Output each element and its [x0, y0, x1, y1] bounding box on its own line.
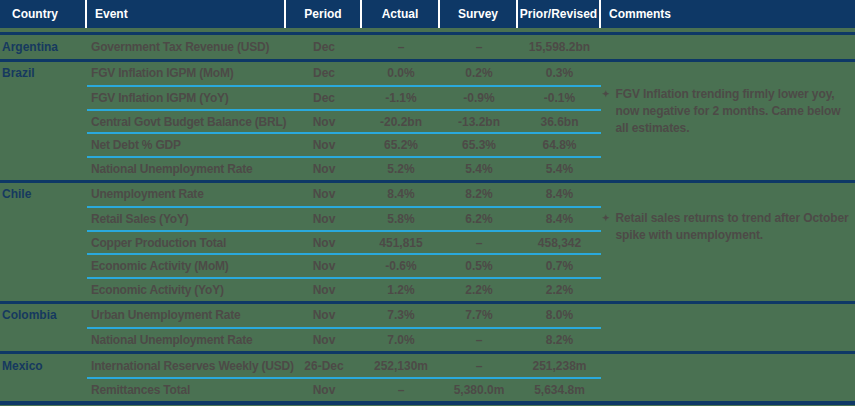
country-cell: [0, 253, 87, 277]
country-cell: Brazil: [0, 62, 87, 86]
country-cell: Chile: [0, 183, 87, 207]
period-value: Dec: [286, 85, 362, 109]
survey-value: 65.3%: [440, 132, 518, 156]
actual-value: 8.4%: [362, 183, 440, 207]
prior-value: 0.3%: [518, 62, 601, 86]
survey-value: 0.5%: [440, 253, 518, 277]
prior-value: 2.2%: [518, 277, 601, 301]
survey-value: 7.7%: [440, 304, 518, 328]
actual-value: 7.0%: [362, 327, 440, 351]
table-row-brazil-igpm-mom: Brazil FGV Inflation IGPM (MoM) Dec 0.0%…: [0, 59, 855, 86]
survey-value: 2.2%: [440, 277, 518, 301]
survey-value: –: [440, 354, 518, 378]
period-value: Nov: [286, 253, 362, 277]
country-cell: [0, 327, 87, 351]
period-value: Nov: [286, 156, 362, 180]
event-label: Net Debt % GDP: [87, 132, 286, 156]
event-label: Government Tax Revenue (USD): [87, 35, 286, 59]
table-row-chile-economic-activity-yoy: Economic Activity (YoY) Nov 1.2% 2.2% 2.…: [0, 277, 855, 301]
table-row-mexico-reserves: Mexico International Reserves Weekly (US…: [0, 351, 855, 378]
event-label: FGV Inflation IGPM (MoM): [87, 62, 286, 86]
comment-text: Retail sales returns to trend after Octo…: [615, 210, 852, 244]
prior-value: 0.7%: [518, 253, 601, 277]
event-label: Unemployment Rate: [87, 183, 286, 207]
actual-value: -20.2bn: [362, 109, 440, 133]
comment-text: FGV Inflation trending firmly lower yoy,…: [615, 86, 852, 137]
country-cell: [0, 85, 87, 109]
survey-value: –: [440, 35, 518, 59]
comments-cell: [601, 354, 855, 378]
table-row-brazil-unemployment: National Unemployment Rate Nov 5.2% 5.4%…: [0, 156, 855, 180]
comments-cell: [601, 327, 855, 351]
period-value: Nov: [286, 132, 362, 156]
comments-cell: [601, 183, 855, 207]
period-value: Nov: [286, 327, 362, 351]
comment-brazil: ✦ FGV Inflation trending firmly lower yo…: [602, 86, 852, 137]
actual-value: 5.8%: [362, 206, 440, 230]
actual-value: -1.1%: [362, 85, 440, 109]
table-row-colombia-urban-unemployment: Colombia Urban Unemployment Rate Nov 7.3…: [0, 301, 855, 328]
prior-value: 5,634.8m: [518, 377, 601, 401]
period-value: Nov: [286, 183, 362, 207]
event-label: Remittances Total: [87, 377, 286, 401]
period-value: Nov: [286, 230, 362, 254]
actual-value: 252,130m: [362, 354, 440, 378]
survey-value: 5,380.0m: [440, 377, 518, 401]
prior-value: 8.0%: [518, 304, 601, 328]
comments-cell: [601, 156, 855, 180]
event-label: National Unemployment Rate: [87, 156, 286, 180]
period-value: Dec: [286, 62, 362, 86]
table-row-chile-unemployment: Chile Unemployment Rate Nov 8.4% 8.2% 8.…: [0, 180, 855, 207]
survey-value: 8.2%: [440, 183, 518, 207]
survey-value: 0.2%: [440, 62, 518, 86]
prior-value: 458,342: [518, 230, 601, 254]
event-label: Urban Unemployment Rate: [87, 304, 286, 328]
actual-value: -0.6%: [362, 253, 440, 277]
period-value: Nov: [286, 109, 362, 133]
column-header-country: Country: [0, 0, 87, 28]
country-cell: [0, 156, 87, 180]
column-header-period: Period: [286, 0, 362, 28]
survey-value: 6.2%: [440, 206, 518, 230]
comments-cell: [601, 253, 855, 277]
survey-value: -13.2bn: [440, 109, 518, 133]
event-label: Copper Production Total: [87, 230, 286, 254]
comments-cell: [601, 35, 855, 59]
period-value: Dec: [286, 35, 362, 59]
column-header-actual: Actual: [362, 0, 440, 28]
survey-value: –: [440, 230, 518, 254]
table-row-colombia-national-unemployment: National Unemployment Rate Nov 7.0% – 8.…: [0, 327, 855, 351]
prior-value: 8.4%: [518, 206, 601, 230]
prior-value: 15,598.2bn: [518, 35, 601, 59]
period-value: Nov: [286, 304, 362, 328]
country-cell: [0, 206, 87, 230]
country-cell: [0, 377, 87, 401]
prior-value: 8.2%: [518, 327, 601, 351]
event-label: International Reserves Weekly (USD): [87, 354, 286, 378]
prior-value: -0.1%: [518, 85, 601, 109]
column-header-event: Event: [87, 0, 286, 28]
period-value: Nov: [286, 377, 362, 401]
economic-calendar-table: Country Event Period Actual Survey Prior…: [0, 0, 855, 405]
table-row-mexico-remittances: Remittances Total Nov – 5,380.0m 5,634.8…: [0, 377, 855, 401]
comments-cell: [601, 277, 855, 301]
comment-chile: ✦ Retail sales returns to trend after Oc…: [602, 210, 852, 244]
event-label: FGV Inflation IGPM (YoY): [87, 85, 286, 109]
period-value: 26-Dec: [286, 354, 362, 378]
country-cell: [0, 109, 87, 133]
event-label: Economic Activity (MoM): [87, 253, 286, 277]
prior-value: 5.4%: [518, 156, 601, 180]
column-header-prior-revised: Prior/Revised: [518, 0, 601, 28]
comments-cell: [601, 377, 855, 401]
column-header-survey: Survey: [440, 0, 518, 28]
table-bottom-border: [0, 401, 855, 405]
country-cell: Argentina: [0, 35, 87, 59]
actual-value: 1.2%: [362, 277, 440, 301]
event-label: Economic Activity (YoY): [87, 277, 286, 301]
prior-value: 251,238m: [518, 354, 601, 378]
survey-value: 5.4%: [440, 156, 518, 180]
country-cell: [0, 132, 87, 156]
period-value: Nov: [286, 277, 362, 301]
country-cell: Mexico: [0, 354, 87, 378]
prior-value: 64.8%: [518, 132, 601, 156]
